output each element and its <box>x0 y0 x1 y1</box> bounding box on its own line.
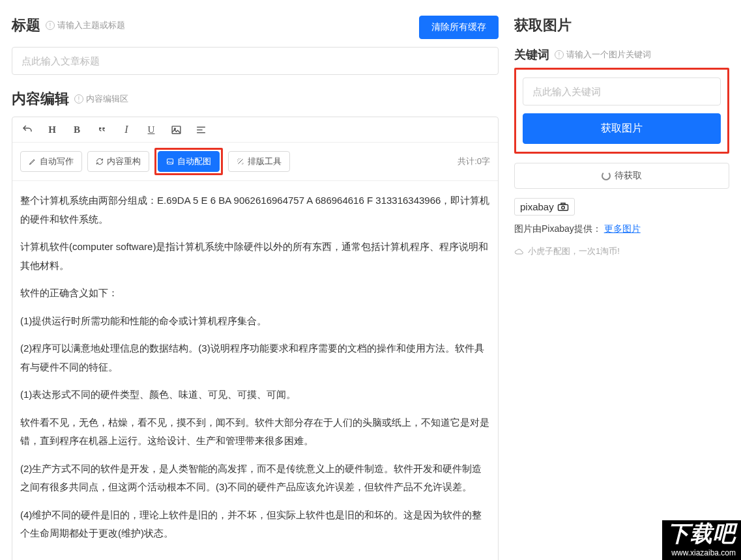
watermark-logo: 下载吧 <box>662 520 741 547</box>
editor-box: H B I U 自动写作 <box>12 117 499 560</box>
heading-icon[interactable]: H <box>46 124 58 135</box>
undo-icon[interactable] <box>22 124 33 135</box>
title-header-row: 标题 ! 请输入主题或标题 清除所有缓存 <box>12 16 499 43</box>
side-column: 获取图片 关键词 ! 请输入一个图片关键词 获取图片 待获取 pixabay <box>514 16 729 560</box>
image-icon[interactable] <box>170 124 182 135</box>
pencil-icon <box>29 158 36 165</box>
auto-image-label: 自动配图 <box>177 156 211 167</box>
editor-hint: ! 内容编辑区 <box>74 93 128 105</box>
editor-hint-text: 内容编辑区 <box>86 93 128 105</box>
paragraph: 软件的正确含义如下： <box>18 284 493 303</box>
spinner-icon <box>602 171 611 180</box>
paragraph: (2)程序可以满意地处理信息的数据结构。(3)说明程序功能要求和程序需要的文档的… <box>18 339 493 376</box>
provider-row: 图片由Pixabay提供： 更多图片 <box>514 223 729 235</box>
get-image-header: 获取图片 <box>514 16 729 35</box>
svg-point-7 <box>561 206 564 209</box>
footer-note: 小虎子配图，一次1淘币! <box>514 245 729 257</box>
picture-icon <box>166 158 174 165</box>
layout-tool-button[interactable]: 排版工具 <box>228 151 290 172</box>
content-area[interactable]: 整个计算机系统由两部分组成：E.69DA 5 E 6 BA 9062616964… <box>12 181 498 560</box>
title-hint-text: 请输入主题或标题 <box>57 20 125 31</box>
camera-icon <box>557 203 569 212</box>
wand-icon <box>237 158 244 165</box>
paragraph: (1)表达形式不同的硬件类型、颜色、味道、可见、可摸、可闻。 <box>18 385 493 404</box>
restructure-label: 内容重构 <box>107 156 141 167</box>
provider-text: 图片由Pixabay提供： <box>514 223 602 234</box>
word-count: 共计:0字 <box>458 156 490 167</box>
info-icon: ! <box>74 94 83 104</box>
get-image-section: 获取图片 <box>514 16 729 35</box>
restructure-button[interactable]: 内容重构 <box>87 151 149 172</box>
title-label: 标题 <box>12 16 40 35</box>
title-section-header: 标题 ! 请输入主题或标题 <box>12 16 125 35</box>
paragraph: (2)生产方式不同的软件是开发，是人类智能的高发挥，而不是传统意义上的硬件制造。… <box>18 460 493 497</box>
get-image-label: 获取图片 <box>514 16 572 35</box>
paragraph: 计算机软件(computer software)是指计算机系统中除硬件以外的所有… <box>18 238 493 275</box>
quote-icon[interactable] <box>96 124 108 135</box>
cloud-icon <box>514 247 525 255</box>
italic-icon[interactable]: I <box>121 124 132 135</box>
keyword-section: 关键词 ! 请输入一个图片关键词 获取图片 待获取 pixabay <box>514 47 729 257</box>
watermark: 下载吧 www.xiazaiba.com <box>662 520 741 560</box>
footer-note-text: 小虎子配图，一次1淘币! <box>528 245 620 257</box>
keyword-hint: ! 请输入一个图片关键词 <box>555 49 651 61</box>
layout-tool-label: 排版工具 <box>248 156 282 167</box>
pending-status: 待获取 <box>514 163 729 189</box>
main-column: 标题 ! 请输入主题或标题 清除所有缓存 内容编辑 ! 内容编辑区 <box>12 16 499 560</box>
more-images-link[interactable]: 更多图片 <box>604 223 641 234</box>
svg-rect-8 <box>561 203 565 204</box>
refresh-icon <box>96 158 104 165</box>
keyword-hint-text: 请输入一个图片关键词 <box>566 49 651 61</box>
info-icon: ! <box>46 21 55 30</box>
watermark-url: www.xiazaiba.com <box>662 547 741 560</box>
auto-write-label: 自动写作 <box>40 156 74 167</box>
editor-label: 内容编辑 <box>12 89 69 109</box>
format-toolbar: H B I U <box>12 117 498 143</box>
paragraph: 软件看不见，无色，枯燥，看不见，摸不到，闻不到。软件大部分存在于人们的头脑或纸上… <box>18 413 493 451</box>
keyword-header: 关键词 ! 请输入一个图片关键词 <box>514 47 729 63</box>
article-title-input[interactable] <box>12 47 499 75</box>
paragraph: (1)提供运行时所需功能和性能的命令或计算机程序集合。 <box>18 312 493 331</box>
keyword-label: 关键词 <box>514 47 549 63</box>
clear-cache-button[interactable]: 清除所有缓存 <box>419 16 499 39</box>
pixabay-text: pixabay <box>520 201 554 212</box>
auto-image-highlight: 自动配图 <box>154 148 223 175</box>
pixabay-badge: pixabay <box>514 198 575 216</box>
auto-write-button[interactable]: 自动写作 <box>20 151 82 172</box>
title-hint: ! 请输入主题或标题 <box>46 20 125 31</box>
pending-label: 待获取 <box>615 170 642 182</box>
bold-icon[interactable]: B <box>71 124 83 135</box>
keyword-highlight-box: 获取图片 <box>514 68 729 154</box>
info-icon: ! <box>555 50 564 59</box>
auto-image-button[interactable]: 自动配图 <box>158 151 220 172</box>
get-image-button[interactable]: 获取图片 <box>523 113 721 144</box>
paragraph: 整个计算机系统由两部分组成：E.69DA 5 E 6 BA 9062616964… <box>18 191 493 229</box>
align-left-icon[interactable] <box>195 124 207 135</box>
editor-section-header: 内容编辑 ! 内容编辑区 <box>12 89 499 109</box>
paragraph: (4)维护不同的硬件是旧的，理论上软件是旧的，并不坏，但实际上软件也是旧的和坏的… <box>18 506 493 543</box>
svg-rect-6 <box>558 204 568 210</box>
keyword-input[interactable] <box>523 77 721 105</box>
action-toolbar: 自动写作 内容重构 自动配图 排版工具 共计:0字 <box>12 143 498 181</box>
underline-icon[interactable]: U <box>145 124 157 135</box>
